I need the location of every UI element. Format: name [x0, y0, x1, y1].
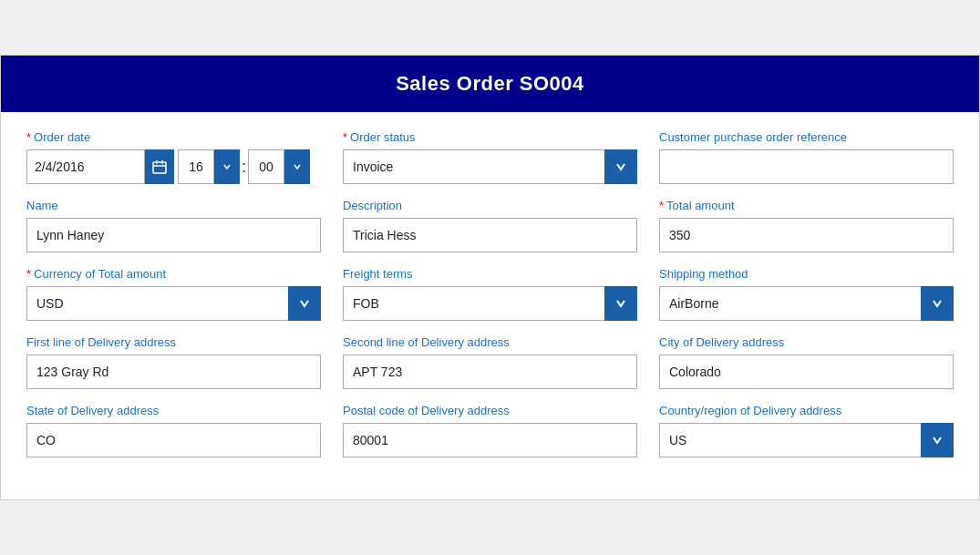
chevron-down-icon-3	[615, 161, 626, 172]
currency-dropdown-btn[interactable]	[288, 286, 321, 321]
shipping-method-input[interactable]	[659, 286, 954, 321]
page-container: Sales Order SO004 *Order date	[0, 55, 980, 500]
currency-input[interactable]	[26, 286, 321, 321]
delivery-country-label: Country/region of Delivery address	[659, 404, 954, 417]
time-colon: :	[240, 158, 248, 177]
chevron-down-icon-2	[293, 162, 302, 171]
form-row-2: Name Description *Total amount	[26, 199, 954, 252]
total-amount-input[interactable]	[659, 218, 954, 252]
svg-rect-0	[153, 162, 166, 173]
delivery-postal-group: Postal code of Delivery address	[343, 404, 637, 457]
order-date-group: *Order date	[26, 130, 321, 184]
delivery-postal-label: Postal code of Delivery address	[343, 404, 637, 417]
name-label: Name	[26, 199, 321, 212]
calendar-button[interactable]	[145, 149, 174, 184]
delivery-line2-input[interactable]	[343, 355, 637, 389]
currency-group: *Currency of Total amount	[26, 267, 321, 321]
order-status-select-wrapper	[343, 149, 637, 184]
delivery-country-group: Country/region of Delivery address	[659, 404, 954, 457]
chevron-down-icon-7	[932, 435, 943, 446]
shipping-method-dropdown-btn[interactable]	[921, 286, 954, 321]
page-title: Sales Order SO004	[1, 56, 979, 112]
hour-spinner[interactable]	[214, 149, 240, 184]
shipping-method-group: Shipping method	[659, 267, 954, 321]
order-status-group: *Order status	[343, 130, 637, 184]
freight-terms-dropdown-btn[interactable]	[604, 286, 637, 321]
delivery-city-input[interactable]	[659, 355, 954, 389]
delivery-country-dropdown-btn[interactable]	[921, 423, 954, 457]
form-body: *Order date	[1, 112, 979, 499]
form-row-5: State of Delivery address Postal code of…	[26, 404, 954, 457]
customer-po-ref-group: Customer purchase order reference	[659, 130, 954, 184]
delivery-postal-input[interactable]	[343, 423, 637, 457]
delivery-state-group: State of Delivery address	[26, 404, 321, 457]
freight-terms-input[interactable]	[343, 286, 637, 321]
delivery-line1-input[interactable]	[26, 355, 321, 389]
customer-po-ref-label: Customer purchase order reference	[659, 130, 954, 144]
chevron-down-icon	[222, 162, 232, 171]
shipping-method-label: Shipping method	[659, 267, 954, 281]
freight-terms-select-wrapper	[343, 286, 637, 321]
delivery-line1-group: First line of Delivery address	[26, 335, 321, 389]
delivery-line1-label: First line of Delivery address	[26, 335, 321, 349]
delivery-line2-group: Second line of Delivery address	[343, 335, 637, 389]
required-star-2: *	[343, 130, 347, 144]
currency-select-wrapper	[26, 286, 321, 321]
description-group: Description	[343, 199, 637, 252]
currency-label: *Currency of Total amount	[26, 267, 321, 281]
form-row-3: *Currency of Total amount Freight terms	[26, 267, 954, 321]
required-star-4: *	[26, 267, 31, 281]
chevron-down-icon-4	[299, 298, 310, 309]
delivery-state-label: State of Delivery address	[26, 404, 321, 417]
order-date-wrapper: :	[26, 149, 321, 184]
shipping-method-select-wrapper	[659, 286, 954, 321]
time-wrapper: :	[178, 149, 310, 184]
name-group: Name	[26, 199, 321, 252]
customer-po-ref-input[interactable]	[659, 149, 954, 184]
required-star-3: *	[659, 199, 664, 212]
description-label: Description	[343, 199, 637, 212]
freight-terms-group: Freight terms	[343, 267, 637, 321]
name-input[interactable]	[26, 218, 321, 252]
minute-spinner[interactable]	[284, 149, 310, 184]
total-amount-label: *Total amount	[659, 199, 954, 212]
chevron-down-icon-6	[932, 298, 943, 309]
delivery-country-select-wrapper	[659, 423, 954, 457]
calendar-icon	[152, 159, 167, 174]
order-status-input[interactable]	[343, 149, 637, 184]
form-row-4: First line of Delivery address Second li…	[26, 335, 954, 389]
delivery-city-label: City of Delivery address	[659, 335, 954, 349]
hour-input[interactable]	[178, 149, 214, 184]
order-status-label: *Order status	[343, 130, 637, 144]
description-input[interactable]	[343, 218, 637, 252]
order-date-label: *Order date	[26, 130, 321, 144]
delivery-line2-label: Second line of Delivery address	[343, 335, 637, 349]
order-status-dropdown-btn[interactable]	[604, 149, 637, 184]
delivery-state-input[interactable]	[26, 423, 321, 457]
total-amount-group: *Total amount	[659, 199, 954, 252]
chevron-down-icon-5	[615, 298, 626, 309]
delivery-country-input[interactable]	[659, 423, 954, 457]
minute-input[interactable]	[248, 149, 284, 184]
order-date-input[interactable]	[26, 149, 145, 184]
form-row-1: *Order date	[26, 130, 954, 184]
required-star: *	[26, 130, 31, 144]
delivery-city-group: City of Delivery address	[659, 335, 954, 389]
freight-terms-label: Freight terms	[343, 267, 637, 281]
